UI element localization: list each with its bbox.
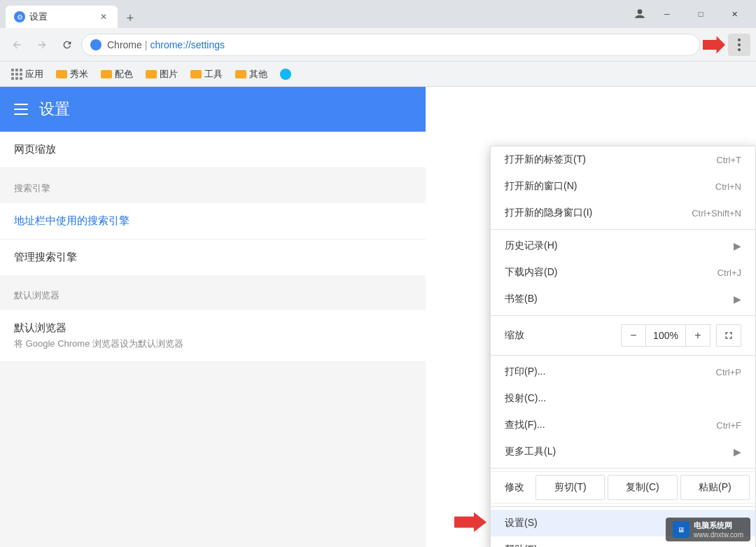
back-button[interactable] (6, 34, 28, 56)
copy-button[interactable]: 复制(C) (608, 475, 677, 500)
bookmark-other[interactable]: 其他 (230, 65, 273, 83)
zoom-in-button[interactable]: + (685, 324, 710, 347)
watermark-site: 电脑系统网 (694, 520, 743, 531)
divider-1 (491, 229, 755, 230)
red-arrow-toolbar (703, 34, 725, 56)
bookmark-folder-icon-5 (235, 70, 246, 78)
bookmark-color[interactable]: 配色 (95, 65, 139, 83)
bookmark-folder-icon-4 (190, 70, 202, 78)
bookmark-tools[interactable]: 工具 (185, 65, 228, 83)
bookmark-other-label: 其他 (249, 68, 267, 81)
menu-item-find[interactable]: 查找(F)... Ctrl+F (491, 412, 755, 438)
menu-item-bookmarks-label: 书签(B) (505, 293, 728, 305)
cut-button[interactable]: 剪切(T) (536, 475, 605, 500)
window-controls: ─ □ ✕ (651, 3, 750, 25)
zoom-value-display: 100% (646, 324, 685, 347)
default-browser-label: 默认浏览器 (14, 321, 412, 335)
bookmark-xiumi-label: 秀米 (70, 68, 88, 81)
search-section: 搜索引擎 地址栏中使用的搜索引擎 管理搜索引擎 (0, 174, 426, 275)
main-content: 设置 网页缩放 搜索引擎 地址栏中使用的搜索引擎 管理搜索引擎 (0, 87, 756, 547)
menu-dot-2 (738, 43, 741, 46)
menu-item-history-label: 历史记录(H) (505, 240, 728, 252)
divider-5 (491, 506, 755, 507)
brand-text: Chrome (107, 39, 142, 50)
hamburger-button[interactable] (14, 104, 28, 115)
address-bar[interactable]: Chrome|chrome://settings (81, 34, 700, 56)
svg-marker-2 (454, 513, 486, 532)
watermark: 🖥 电脑系统网 www.dnxtw.com (666, 518, 750, 541)
help-arrow-icon: ▶ (734, 544, 741, 547)
menu-item-bookmarks[interactable]: 书签(B) ▶ (491, 286, 755, 312)
qq-icon (280, 69, 291, 80)
svg-marker-1 (703, 36, 725, 53)
more-tools-arrow-icon: ▶ (734, 446, 741, 457)
bookmark-qq[interactable] (274, 66, 297, 83)
menu-item-downloads[interactable]: 下载内容(D) Ctrl+J (491, 259, 755, 286)
menu-item-cast-label: 投射(C)... (505, 392, 741, 405)
edit-row-label: 修改 (496, 481, 533, 494)
menu-item-print[interactable]: 打印(P)... Ctrl+P (491, 359, 755, 385)
toolbar: Chrome|chrome://settings (0, 28, 756, 62)
menu-item-print-label: 打印(P)... (505, 366, 716, 378)
zoom-controls: − 100% + (621, 324, 710, 347)
apps-label: 应用 (25, 68, 43, 81)
close-button[interactable]: ✕ (718, 3, 750, 25)
menu-item-incognito[interactable]: 打开新的隐身窗口(I) Ctrl+Shift+N (491, 200, 755, 226)
bookmark-xiumi[interactable]: 秀米 (50, 65, 94, 83)
zoom-out-button[interactable]: − (621, 324, 646, 347)
address-text: Chrome|chrome://settings (107, 39, 691, 50)
search-section-header: 搜索引擎 (0, 174, 426, 203)
forward-button[interactable] (31, 34, 53, 56)
bookmark-folder-icon-3 (146, 70, 157, 78)
menu-item-new-tab[interactable]: 打开新的标签页(T) Ctrl+T (491, 146, 755, 173)
menu-item-new-window[interactable]: 打开新的窗口(N) Ctrl+N (491, 173, 755, 200)
profile-button[interactable] (629, 3, 651, 25)
edit-row: 修改 剪切(T) 复制(C) 粘贴(P) (491, 471, 755, 504)
search-engine-link[interactable]: 地址栏中使用的搜索引擎 (14, 214, 130, 226)
tab-favicon: ⚙ (14, 11, 25, 22)
menu-item-new-tab-shortcut: Ctrl+T (716, 155, 741, 165)
menu-item-new-tab-label: 打开新的标签页(T) (505, 153, 716, 166)
tab-area: ⚙ 设置 ✕ + (6, 0, 629, 28)
titlebar: ⚙ 设置 ✕ + ─ □ ✕ (0, 0, 756, 28)
menu-dot-1 (738, 39, 741, 41)
zoom-section: 网页缩放 (0, 132, 426, 168)
new-tab-button[interactable]: + (120, 8, 140, 28)
menu-item-more-tools[interactable]: 更多工具(L) ▶ (491, 438, 755, 465)
menu-item-incognito-label: 打开新的隐身窗口(I) (505, 207, 692, 219)
minimize-button[interactable]: ─ (651, 3, 683, 25)
apps-icon (11, 69, 22, 80)
menu-dot-3 (738, 48, 741, 51)
search-engine-item[interactable]: 地址栏中使用的搜索引擎 (0, 203, 426, 240)
red-arrow-settings (454, 513, 486, 534)
tab-close-button[interactable]: ✕ (98, 11, 109, 22)
bookmarks-bar: 应用 秀米 配色 图片 工具 其他 (0, 62, 756, 87)
paste-button[interactable]: 粘贴(P) (680, 475, 750, 500)
apps-bookmark[interactable]: 应用 (6, 65, 49, 83)
default-browser-section: 默认浏览器 默认浏览器 将 Google Chrome 浏览器设为默认浏览器 (0, 281, 426, 362)
zoom-item[interactable]: 网页缩放 (0, 132, 426, 168)
menu-item-find-label: 查找(F)... (505, 419, 716, 431)
bookmark-color-label: 配色 (115, 68, 133, 81)
bookmark-tools-label: 工具 (204, 68, 223, 81)
default-browser-item[interactable]: 默认浏览器 将 Google Chrome 浏览器设为默认浏览器 (0, 310, 426, 362)
menu-item-new-window-shortcut: Ctrl+N (715, 181, 741, 192)
default-browser-header: 默认浏览器 (0, 281, 426, 310)
menu-item-print-shortcut: Ctrl+P (716, 367, 741, 378)
watermark-logo: 🖥 (673, 521, 690, 538)
manage-search-item[interactable]: 管理搜索引擎 (0, 240, 426, 275)
menu-item-help-label: 帮助(E) (505, 543, 728, 547)
maximize-button[interactable]: □ (685, 3, 717, 25)
default-browser-desc: 将 Google Chrome 浏览器设为默认浏览器 (14, 338, 412, 350)
menu-item-history[interactable]: 历史记录(H) ▶ (491, 233, 755, 259)
menu-item-downloads-label: 下载内容(D) (505, 266, 718, 279)
zoom-row-label: 缩放 (505, 329, 621, 342)
bookmark-images[interactable]: 图片 (140, 65, 183, 83)
menu-item-cast[interactable]: 投射(C)... (491, 385, 755, 412)
refresh-button[interactable] (56, 34, 78, 56)
hamburger-line-1 (14, 104, 28, 105)
hamburger-line-3 (14, 113, 28, 115)
active-tab[interactable]: ⚙ 设置 ✕ (6, 6, 118, 28)
fullscreen-button[interactable] (716, 324, 741, 347)
chrome-menu-button[interactable] (728, 34, 750, 56)
